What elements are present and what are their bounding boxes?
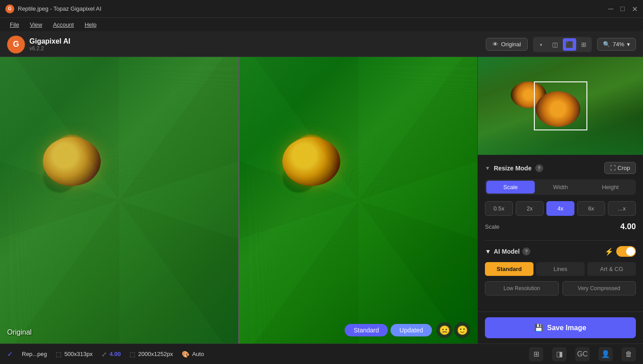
- scale-6x-button[interactable]: 6x: [577, 201, 605, 216]
- resize-mode-help-button[interactable]: ?: [535, 164, 543, 172]
- toolbar: G Gigapixel AI v6.2.2 👁 Original ▪ ◫ ⬛ ⊞…: [0, 32, 643, 57]
- ai-model-chevron-icon: ▼: [485, 248, 491, 255]
- input-size-item: ⬚ 500x313px: [56, 351, 93, 358]
- very-compressed-button[interactable]: Very Compressed: [562, 281, 636, 295]
- menu-file[interactable]: File: [5, 20, 24, 30]
- comparison-bar: Standard Updated 😐 🙂: [345, 322, 470, 338]
- scale-0.5x-button[interactable]: 0.5x: [485, 201, 513, 216]
- eye-icon: 👁: [492, 41, 498, 48]
- art-cg-model-tab[interactable]: Art & CG: [587, 262, 636, 276]
- auto-item: 🎨 Auto: [182, 351, 204, 358]
- view-single-button[interactable]: ▪: [534, 38, 548, 51]
- enhanced-image-panel: Standard Updated 😐 🙂: [240, 57, 478, 344]
- resize-mode-tabs: Scale Width Height: [485, 179, 636, 195]
- thumbs-up-button[interactable]: 🙂: [454, 322, 470, 338]
- app-logo: G Gigapixel AI v6.2.2: [7, 36, 70, 53]
- scale-2x-button[interactable]: 2x: [516, 201, 544, 216]
- compare-status-button[interactable]: ◨: [552, 347, 566, 361]
- original-image-panel: Original: [0, 57, 238, 344]
- ai-model-toggle-area: ⚡: [605, 246, 636, 257]
- menu-help[interactable]: Help: [80, 20, 101, 30]
- view-mode-buttons: ▪ ◫ ⬛ ⊞: [533, 37, 592, 52]
- updated-comparison-button[interactable]: Updated: [391, 324, 432, 336]
- save-image-button[interactable]: 💾 Save Image: [485, 317, 636, 338]
- app-icon: G: [5, 4, 14, 13]
- scale-custom-button[interactable]: ...x: [608, 201, 636, 216]
- app-version: v6.2.2: [29, 45, 70, 52]
- save-button-area: 💾 Save Image: [478, 311, 643, 344]
- scale-options: 0.5x 2x 4x 6x ...x: [485, 201, 636, 216]
- menu-view[interactable]: View: [25, 20, 47, 30]
- statusbar: ✓ Rep...peg ⬚ 500x313px ⤢ 4.00 ⬚ 2000x12…: [0, 344, 643, 364]
- thumbs-down-button[interactable]: 😐: [436, 322, 452, 338]
- scale-expand-icon: ⤢: [102, 351, 107, 358]
- view-split-v-button[interactable]: ⬛: [563, 38, 576, 51]
- ai-model-help-button[interactable]: ?: [522, 247, 530, 255]
- crop-icon: ⛶: [610, 165, 616, 171]
- input-size-label: 500x313px: [64, 351, 93, 357]
- standard-model-tab[interactable]: Standard: [485, 262, 533, 276]
- delete-button[interactable]: 🗑: [622, 347, 636, 361]
- ai-model-label: AI Model: [494, 248, 520, 255]
- minimize-button[interactable]: ─: [608, 5, 613, 13]
- resize-mode-section-header: ▼ Resize Mode ? ⛶ Crop: [485, 162, 636, 174]
- scale-display-value: 4.00: [620, 222, 636, 231]
- view-grid-button[interactable]: ⊞: [577, 38, 590, 51]
- resize-mode-title: ▼ Resize Mode ?: [485, 164, 543, 172]
- original-toggle-button[interactable]: 👁 Original: [486, 38, 528, 51]
- grid-view-status-button[interactable]: ⊞: [529, 347, 543, 361]
- thumbnail-image: [478, 57, 643, 155]
- auto-label: Auto: [192, 351, 204, 357]
- lightning-icon: ⚡: [605, 247, 614, 256]
- zoom-control[interactable]: 🔍 74% ▾: [597, 38, 636, 51]
- window-controls[interactable]: ─ □ ✕: [608, 0, 638, 18]
- resize-mode-label: Resize Mode: [494, 165, 532, 172]
- output-size-item: ⬚ 2000x1252px: [130, 351, 173, 358]
- logo-icon: G: [7, 36, 25, 53]
- menu-account[interactable]: Account: [49, 20, 78, 30]
- profile-button[interactable]: 👤: [598, 347, 613, 361]
- scale-4x-button[interactable]: 4x: [546, 201, 574, 216]
- quality-options: Low Resolution Very Compressed: [485, 281, 636, 295]
- scale-item-label: 4.00: [110, 351, 121, 357]
- crop-label: Crop: [618, 165, 630, 171]
- zoom-out-icon: 🔍: [603, 41, 610, 48]
- ai-model-toggle[interactable]: [616, 246, 636, 257]
- ai-model-tabs: Standard Lines Art & CG: [485, 262, 636, 276]
- view-split-h-button[interactable]: ◫: [549, 38, 562, 51]
- zoom-chevron-icon: ▾: [627, 41, 630, 48]
- section-divider: [485, 240, 636, 241]
- width-tab[interactable]: Width: [536, 181, 585, 194]
- settings-panel: ▼ Resize Mode ? ⛶ Crop Scale Width Heigh…: [478, 155, 643, 311]
- input-size-icon: ⬚: [56, 351, 61, 358]
- main-content: Original Standard Updated 😐 🙂: [0, 57, 643, 344]
- height-tab[interactable]: Height: [586, 181, 635, 194]
- crop-button[interactable]: ⛶ Crop: [604, 162, 636, 174]
- original-label: Original: [501, 41, 521, 48]
- window-title: Reptile.jpeg - Topaz Gigapixel AI: [18, 5, 102, 12]
- scale-display-label: Scale: [485, 223, 500, 230]
- scale-item: ⤢ 4.00: [102, 351, 121, 358]
- filename-label: Rep...peg: [22, 351, 47, 357]
- image-area[interactable]: Original Standard Updated 😐 🙂: [0, 57, 477, 344]
- maximize-button[interactable]: □: [620, 5, 625, 13]
- thumbnail-area: [478, 57, 643, 155]
- output-size-label: 2000x1252px: [138, 351, 173, 357]
- ai-model-section-header: ▼ AI Model ? ⚡: [485, 246, 636, 257]
- standard-comparison-button[interactable]: Standard: [345, 324, 388, 336]
- original-panel-label: Original: [7, 328, 32, 336]
- output-size-icon: ⬚: [130, 351, 135, 358]
- scale-tab[interactable]: Scale: [486, 181, 535, 194]
- right-panel: ▼ Resize Mode ? ⛶ Crop Scale Width Heigh…: [477, 57, 643, 344]
- lines-model-tab[interactable]: Lines: [536, 262, 585, 276]
- close-button[interactable]: ✕: [632, 5, 638, 13]
- menubar: File View Account Help: [0, 18, 643, 32]
- filename-item: Rep...peg: [22, 351, 47, 357]
- gc-button[interactable]: GC: [575, 347, 590, 361]
- scale-display: Scale 4.00: [485, 222, 636, 231]
- ai-model-title: ▼ AI Model ?: [485, 247, 530, 255]
- zoom-level: 74%: [613, 41, 624, 48]
- status-check-icon: ✓: [7, 350, 13, 358]
- app-name: Gigapixel AI: [29, 37, 70, 45]
- low-resolution-button[interactable]: Low Resolution: [485, 281, 559, 295]
